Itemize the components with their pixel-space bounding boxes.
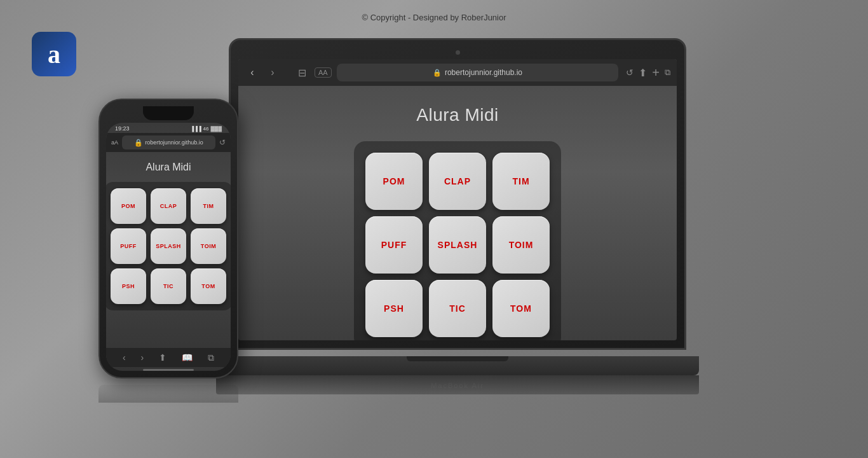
macbook-base: [216, 356, 699, 375]
macbook-camera: [456, 50, 460, 55]
iphone-tabs-btn[interactable]: ⧉: [208, 352, 214, 363]
iphone-notch: [143, 106, 194, 120]
iphone-signal-icon: ▐▐▐: [191, 126, 201, 132]
macbook-reflection: [216, 375, 699, 394]
iphone-carrier-label: 46: [203, 126, 209, 132]
macbook-screen-outer: ‹ › ⊟ AA 🔒 robertojunnior.github.io ↺ ⬆ …: [229, 38, 686, 350]
safari-add-tab-btn[interactable]: +: [652, 66, 660, 80]
macbook-drum-pad-tim[interactable]: TIM: [492, 153, 550, 210]
safari-back-btn[interactable]: ‹: [245, 67, 260, 78]
safari-bookmarks-icon[interactable]: ⊟: [294, 67, 309, 79]
iphone-device: 19:23 ▐▐▐ 46 ▓▓▓ aA 🔒 robertojunnior.git…: [98, 99, 238, 385]
macbook-drum-pad-psh[interactable]: PSH: [365, 280, 423, 337]
iphone-reload-btn[interactable]: ↺: [219, 138, 226, 147]
macbook-notch-bar: [238, 48, 677, 57]
macbook-drum-grid: POMCLAPTIMPUFFSPLASHTOIMPSHTICTOM: [354, 141, 561, 340]
iphone-url-text: robertojunnior.github.io: [145, 139, 203, 146]
iphone-screen: 19:23 ▐▐▐ 46 ▓▓▓ aA 🔒 robertojunnior.git…: [106, 123, 231, 371]
safari-url-text: robertojunnior.github.io: [445, 68, 522, 77]
safari-lock-icon: 🔒: [433, 69, 442, 77]
safari-forward-btn[interactable]: ›: [265, 67, 280, 78]
safari-tabs-btn[interactable]: ⧉: [665, 67, 670, 78]
app-icon: a: [32, 32, 76, 76]
iphone-forward-btn[interactable]: ›: [141, 352, 144, 363]
iphone-bookmarks-btn[interactable]: 📖: [182, 352, 193, 363]
iphone-time: 19:23: [115, 125, 130, 132]
macbook-drum-pad-pom[interactable]: POM: [365, 153, 423, 210]
iphone-share-btn[interactable]: ⬆: [159, 352, 166, 363]
copyright-text: © Copyright - Designed by RoberJunior: [362, 13, 506, 22]
iphone-reader-btn[interactable]: aA: [111, 139, 118, 146]
iphone-drum-pad-tom[interactable]: TOM: [191, 268, 226, 304]
macbook-drum-pad-clap[interactable]: CLAP: [429, 153, 486, 210]
iphone-drum-pad-tic[interactable]: TIC: [151, 268, 186, 304]
safari-reader-btn[interactable]: AA: [315, 67, 332, 78]
iphone-app-title: Alura Midi: [146, 162, 191, 173]
macbook-drum-pad-puff[interactable]: PUFF: [365, 216, 423, 274]
iphone-reflection: [98, 385, 238, 403]
macbook-drum-pad-tom[interactable]: TOM: [492, 280, 550, 337]
iphone-browser-content: Alura Midi POMCLAPTIMPUFFSPLASHTOIMPSHTI…: [106, 152, 231, 348]
macbook-browser-content: Alura Midi POMCLAPTIMPUFFSPLASHTOIMPSHTI…: [238, 86, 677, 340]
iphone-drum-pad-splash[interactable]: SPLASH: [151, 228, 186, 264]
macbook-app-title: Alura Midi: [416, 105, 498, 125]
iphone-drum-pad-tim[interactable]: TIM: [191, 188, 226, 224]
safari-address-bar[interactable]: 🔒 robertojunnior.github.io: [337, 64, 619, 81]
macbook-drum-pad-toim[interactable]: TOIM: [492, 216, 550, 274]
iphone-body: 19:23 ▐▐▐ 46 ▓▓▓ aA 🔒 robertojunnior.git…: [98, 99, 238, 378]
iphone-drum-pad-puff[interactable]: PUFF: [111, 228, 146, 264]
iphone-drum-pad-psh[interactable]: PSH: [111, 268, 146, 304]
macbook-drum-pad-tic[interactable]: TIC: [429, 280, 486, 337]
iphone-drum-pad-toim[interactable]: TOIM: [191, 228, 226, 264]
macbook-device: ‹ › ⊟ AA 🔒 robertojunnior.github.io ↺ ⬆ …: [216, 38, 699, 394]
iphone-status-right: ▐▐▐ 46 ▓▓▓: [191, 126, 222, 132]
macbook-drum-pad-splash[interactable]: SPLASH: [429, 216, 486, 274]
safari-reload-btn[interactable]: ↺: [626, 67, 634, 78]
safari-toolbar: ‹ › ⊟ AA 🔒 robertojunnior.github.io ↺ ⬆ …: [238, 59, 677, 86]
safari-share-btn[interactable]: ⬆: [639, 67, 647, 79]
macbook-hinge: [407, 356, 508, 361]
iphone-drum-pad-clap[interactable]: CLAP: [151, 188, 186, 224]
iphone-drum-grid: POMCLAPTIMPUFFSPLASHTOIMPSHTICTOM: [106, 182, 231, 310]
iphone-back-btn[interactable]: ‹: [123, 352, 126, 363]
iphone-address-bar[interactable]: 🔒 robertojunnior.github.io: [122, 135, 215, 149]
iphone-home-indicator: [143, 369, 194, 371]
iphone-battery-icon: ▓▓▓: [211, 126, 222, 132]
macbook-screen-inner: ‹ › ⊟ AA 🔒 robertojunnior.github.io ↺ ⬆ …: [238, 59, 677, 340]
app-icon-letter: a: [48, 39, 60, 69]
iphone-status-bar: 19:23 ▐▐▐ 46 ▓▓▓: [106, 123, 231, 133]
iphone-drum-pad-pom[interactable]: POM: [111, 188, 146, 224]
iphone-lock-icon: 🔒: [134, 139, 143, 147]
iphone-safari-bar: aA 🔒 robertojunnior.github.io ↺: [106, 133, 231, 152]
iphone-bottom-bar: ‹ › ⬆ 📖 ⧉: [106, 348, 231, 367]
